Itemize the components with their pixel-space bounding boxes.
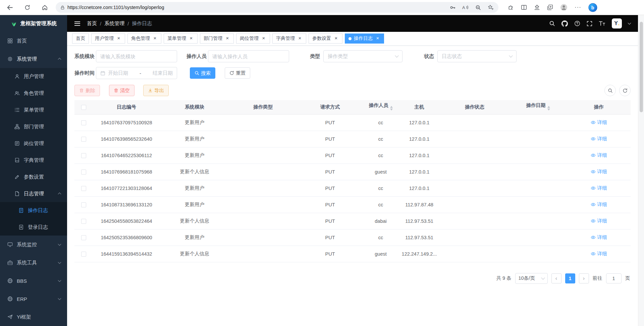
sidebar-item-system-tools[interactable]: 系统工具: [0, 254, 67, 272]
sidebar-item-operation-log[interactable]: 操作日志: [0, 202, 67, 219]
zoom-out-icon[interactable]: [475, 5, 481, 10]
scrollbar-thumb[interactable]: [640, 22, 643, 112]
sidebar-item-erp[interactable]: ERP: [0, 290, 67, 308]
sort-icon[interactable]: [547, 105, 550, 112]
detail-link[interactable]: 详细: [591, 251, 607, 257]
more-icon[interactable]: ···: [575, 4, 581, 11]
user-avatar[interactable]: Y.: [612, 18, 622, 28]
key-icon[interactable]: [450, 5, 455, 10]
detail-link[interactable]: 详细: [591, 234, 607, 241]
page-size-select[interactable]: 10条/页: [515, 273, 548, 284]
github-icon[interactable]: [561, 20, 568, 27]
home-button[interactable]: [38, 1, 51, 13]
breadcrumb-home[interactable]: 首页: [87, 20, 97, 27]
favorites-bar-icon[interactable]: [534, 4, 540, 10]
sidebar-item-system-management[interactable]: 系统管理: [0, 50, 67, 68]
tab-param-settings[interactable]: 参数设置×: [309, 34, 342, 44]
tab-dict-management[interactable]: 字典管理×: [272, 34, 306, 44]
sidebar-item-menu-management[interactable]: 菜单管理: [0, 102, 67, 118]
tab-role-management[interactable]: 角色管理×: [127, 34, 161, 44]
column-header[interactable]: 操作人员: [363, 100, 398, 114]
refresh-table-button[interactable]: [619, 85, 631, 96]
search-icon[interactable]: [549, 20, 555, 26]
row-checkbox[interactable]: [81, 235, 86, 240]
reset-button[interactable]: 重置: [225, 67, 250, 79]
sidebar-item-system-monitor[interactable]: 系统监控: [0, 236, 67, 254]
sidebar-item-post-management[interactable]: 岗位管理: [0, 135, 67, 152]
detail-link[interactable]: 详细: [591, 136, 607, 142]
row-checkbox[interactable]: [81, 170, 86, 175]
close-icon[interactable]: ×: [297, 36, 303, 41]
toggle-search-button[interactable]: [604, 85, 616, 96]
detail-link[interactable]: 详细: [591, 119, 607, 126]
goto-page-input[interactable]: [606, 273, 622, 283]
row-checkbox[interactable]: [81, 153, 86, 158]
next-page-button[interactable]: ›: [579, 273, 589, 283]
add-favorite-icon[interactable]: [488, 4, 494, 10]
close-icon[interactable]: ×: [375, 36, 380, 41]
address-bar[interactable]: https://ccnetcore.com:1101/system/log/op…: [56, 2, 498, 13]
column-header[interactable]: 操作日期: [509, 100, 567, 114]
row-checkbox[interactable]: [81, 219, 86, 224]
operator-input[interactable]: [208, 50, 289, 62]
detail-link[interactable]: 详细: [591, 185, 607, 191]
sidebar-item-bbs[interactable]: BBS: [0, 272, 67, 290]
detail-link[interactable]: 详细: [591, 218, 607, 224]
prev-page-button[interactable]: ‹: [551, 273, 561, 283]
status-select[interactable]: 日志状态: [437, 50, 517, 62]
close-icon[interactable]: ×: [189, 36, 194, 41]
row-checkbox[interactable]: [81, 137, 86, 142]
type-select[interactable]: 操作类型: [323, 50, 402, 62]
back-button[interactable]: [3, 1, 16, 13]
sidebar-item-login-log[interactable]: 登录日志: [0, 219, 67, 236]
fullscreen-icon[interactable]: [587, 21, 592, 26]
app-logo[interactable]: 意框架管理系统: [0, 15, 67, 32]
split-screen-icon[interactable]: [521, 4, 527, 10]
sidebar-item-log-management[interactable]: 日志管理: [0, 185, 67, 202]
tab-operation-log[interactable]: 操作日志×: [345, 34, 384, 44]
bing-icon[interactable]: b: [588, 3, 597, 12]
collections-icon[interactable]: [547, 4, 553, 10]
row-checkbox[interactable]: [81, 202, 86, 207]
detail-link[interactable]: 详细: [591, 152, 607, 158]
close-icon[interactable]: ×: [225, 36, 230, 41]
font-size-icon[interactable]: [599, 21, 605, 26]
page-number-button[interactable]: 1: [565, 273, 575, 283]
clear-button[interactable]: 清空: [109, 85, 135, 96]
refresh-button[interactable]: [21, 1, 34, 13]
search-button[interactable]: 搜索: [190, 67, 215, 79]
sidebar-item-dept-management[interactable]: 部门管理: [0, 118, 67, 135]
sidebar-toggle[interactable]: [74, 21, 80, 26]
sidebar-item-user-management[interactable]: 用户管理: [0, 68, 67, 85]
sidebar-item-home[interactable]: 首页: [0, 32, 67, 50]
detail-link[interactable]: 详细: [591, 201, 607, 208]
tab-user-management[interactable]: 用户管理×: [91, 34, 125, 44]
sidebar-item-dict-management[interactable]: 字典管理: [0, 152, 67, 169]
profile-icon[interactable]: [560, 4, 568, 11]
page-scrollbar[interactable]: [638, 15, 644, 326]
row-checkbox[interactable]: [81, 252, 86, 257]
sort-icon[interactable]: [390, 105, 393, 112]
tab-home[interactable]: 首页: [72, 34, 89, 44]
chevron-down-icon[interactable]: [628, 21, 631, 24]
read-aloud-icon[interactable]: A: [462, 5, 469, 10]
close-icon[interactable]: ×: [116, 36, 121, 41]
sidebar-item-yi-framework[interactable]: Yi框架: [0, 308, 67, 326]
module-input[interactable]: [96, 50, 177, 62]
delete-button[interactable]: 删除: [74, 85, 100, 96]
breadcrumb-system[interactable]: 系统管理: [104, 20, 124, 27]
select-all-checkbox[interactable]: [81, 105, 86, 110]
row-checkbox[interactable]: [81, 186, 86, 191]
tab-dept-management[interactable]: 部门管理×: [200, 34, 234, 44]
export-button[interactable]: 导出: [143, 85, 169, 96]
tab-post-management[interactable]: 岗位管理×: [236, 34, 270, 44]
sidebar-item-role-management[interactable]: 角色管理: [0, 85, 67, 102]
extensions-icon[interactable]: [508, 4, 514, 10]
date-range-picker[interactable]: 开始日期 - 结束日期: [96, 67, 177, 79]
row-checkbox[interactable]: [81, 120, 86, 125]
sidebar-item-param-settings[interactable]: 参数设置: [0, 169, 67, 185]
close-icon[interactable]: ×: [152, 36, 158, 41]
help-icon[interactable]: [574, 20, 580, 26]
detail-link[interactable]: 详细: [591, 169, 607, 175]
close-icon[interactable]: ×: [333, 36, 339, 41]
